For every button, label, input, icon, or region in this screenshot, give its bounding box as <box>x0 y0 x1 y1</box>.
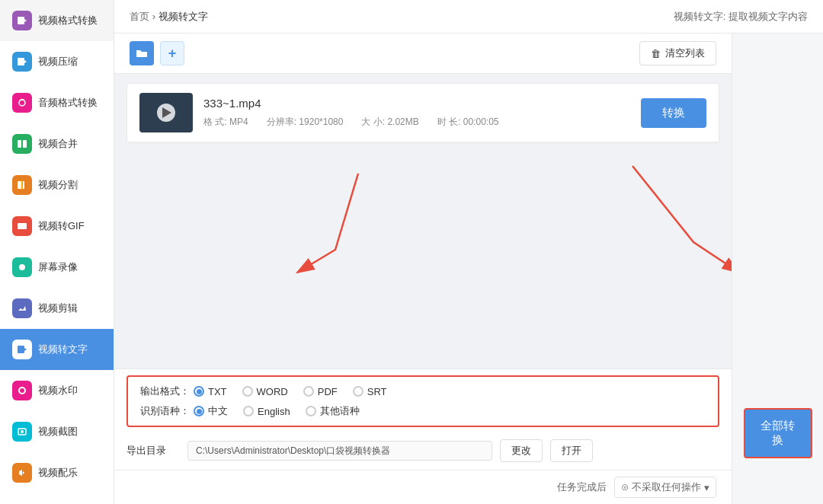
bottom-panel: 输出格式： TXT WORD <box>114 368 732 470</box>
sidebar-item-video-gif[interactable]: 视频转GIF <box>0 206 114 247</box>
main-area: 首页 › 视频转文字 视频转文字: 提取视频文字内容 + <box>114 0 823 504</box>
add-file-button[interactable]: + <box>160 41 184 65</box>
sidebar-label-video-merge: 视频合并 <box>38 137 78 151</box>
txt-radio <box>194 386 204 397</box>
svg-marker-3 <box>24 60 27 63</box>
sidebar-label-video-split: 视频分割 <box>38 178 78 192</box>
pdf-radio <box>303 386 314 397</box>
video-screenshot-icon <box>12 422 32 442</box>
sidebar: 视频格式转换 视频压缩 音频格式转换 视频合并 视频分割 <box>0 0 114 504</box>
format-srt[interactable]: SRT <box>353 386 387 397</box>
center-content: + 🗑 清空列表 <box>114 33 732 504</box>
sidebar-item-screen-record[interactable]: 屏幕录像 <box>0 247 114 288</box>
breadcrumb-current: 视频转文字 <box>159 11 208 22</box>
file-thumbnail <box>139 93 193 132</box>
video-dub-icon <box>12 463 32 483</box>
breadcrumb: 首页 › 视频转文字 <box>130 10 208 24</box>
file-duration: 时 长: 00:00:05 <box>437 116 499 129</box>
breadcrumb-home[interactable]: 首页 <box>130 11 149 22</box>
export-label: 导出目录 <box>126 444 180 458</box>
chevron-down-icon: ▾ <box>704 482 709 493</box>
other-lang-radio <box>306 406 316 416</box>
svg-marker-12 <box>24 348 27 351</box>
video-merge-icon <box>12 134 32 154</box>
svg-rect-5 <box>18 140 21 148</box>
lang-other[interactable]: 其他语种 <box>306 404 360 418</box>
video-to-text-icon <box>12 340 32 359</box>
file-list-area: 333~1.mp4 格 式: MP4 分辨率: 1920*1080 大 小: 2… <box>126 83 719 143</box>
video-split-icon <box>12 175 32 195</box>
file-meta: 格 式: MP4 分辨率: 1920*1080 大 小: 2.02MB 时 长:… <box>203 116 641 129</box>
sidebar-label-video-screenshot: 视频截图 <box>38 425 78 439</box>
svg-rect-11 <box>18 346 24 353</box>
task-done-label: 任务完成后 <box>557 480 607 494</box>
footer-action-dropdown[interactable]: ⊙ 不采取任何操作 ▾ <box>614 477 716 498</box>
body-section: + 🗑 清空列表 <box>114 33 823 504</box>
svg-rect-9 <box>18 223 27 229</box>
export-path-input[interactable] <box>187 441 492 461</box>
video-watermark-icon <box>12 381 32 400</box>
clear-list-button[interactable]: 🗑 清空列表 <box>639 41 716 65</box>
toolbar: + 🗑 清空列表 <box>114 33 732 74</box>
sidebar-label-video-compress: 视频压缩 <box>38 55 78 69</box>
footer-action-label: ⊙ 不采取任何操作 <box>621 480 701 494</box>
sidebar-item-video-format[interactable]: 视频格式转换 <box>0 0 114 41</box>
sidebar-item-audio-format[interactable]: 音频格式转换 <box>0 82 114 123</box>
export-row: 导出目录 更改 打开 <box>114 433 732 470</box>
sidebar-label-video-watermark: 视频水印 <box>38 384 78 397</box>
lang-chinese[interactable]: 中文 <box>194 404 228 418</box>
svg-rect-0 <box>18 17 24 24</box>
format-pdf[interactable]: PDF <box>303 386 338 397</box>
sidebar-item-video-dub[interactable]: 视频配乐 <box>0 452 114 493</box>
plus-icon: + <box>168 46 177 62</box>
srt-radio <box>353 386 363 397</box>
toolbar-left: + <box>130 41 184 65</box>
file-folder-button[interactable] <box>130 41 154 65</box>
format-radio-group: TXT WORD PDF <box>194 386 387 397</box>
file-resolution: 分辨率: 1920*1080 <box>267 116 344 129</box>
file-format: 格 式: MP4 <box>203 116 248 129</box>
format-txt[interactable]: TXT <box>194 386 227 397</box>
sidebar-label-video-format: 视频格式转换 <box>38 14 98 27</box>
svg-point-10 <box>19 264 25 270</box>
video-compress-icon <box>12 52 32 72</box>
change-path-button[interactable]: 更改 <box>500 439 543 462</box>
svg-rect-6 <box>23 140 27 148</box>
screen-record-icon <box>12 257 32 277</box>
convert-button[interactable]: 转换 <box>641 98 706 128</box>
file-size: 大 小: 2.02MB <box>361 116 418 129</box>
svg-marker-1 <box>24 19 27 22</box>
sidebar-item-video-to-text[interactable]: 视频转文字 <box>0 329 114 370</box>
sidebar-item-video-compress[interactable]: 视频压缩 <box>0 41 114 82</box>
svg-rect-2 <box>18 58 24 65</box>
english-radio <box>243 406 254 416</box>
sidebar-item-video-edit[interactable]: 视频剪辑 <box>0 288 114 329</box>
sidebar-label-audio-format: 音频格式转换 <box>38 96 98 110</box>
format-label: 输出格式： <box>140 384 194 398</box>
lang-option-row: 识别语种： 中文 English <box>140 404 706 418</box>
lang-english[interactable]: English <box>243 406 290 417</box>
options-area: 输出格式： TXT WORD <box>126 375 719 427</box>
lang-radio-group: 中文 English 其他语种 <box>194 404 360 418</box>
video-edit-icon <box>12 298 32 318</box>
breadcrumb-sep: › <box>152 11 155 22</box>
open-path-button[interactable]: 打开 <box>550 439 593 462</box>
sidebar-item-video-screenshot[interactable]: 视频截图 <box>0 411 114 452</box>
svg-point-15 <box>21 430 24 433</box>
sidebar-item-video-watermark[interactable]: 视频水印 <box>0 370 114 411</box>
header-right-text: 视频转文字: 提取视频文字内容 <box>674 10 808 24</box>
header: 首页 › 视频转文字 视频转文字: 提取视频文字内容 <box>114 0 823 33</box>
svg-point-13 <box>19 388 25 394</box>
all-convert-button[interactable]: 全部转换 <box>744 408 812 458</box>
sidebar-item-video-merge[interactable]: 视频合并 <box>0 123 114 164</box>
file-info: 333~1.mp4 格 式: MP4 分辨率: 1920*1080 大 小: 2… <box>203 97 641 129</box>
video-format-icon <box>12 11 32 30</box>
lang-label: 识别语种： <box>140 404 194 418</box>
trash-icon: 🗑 <box>651 48 661 59</box>
sidebar-label-video-gif: 视频转GIF <box>38 219 85 233</box>
chinese-radio <box>194 406 204 416</box>
format-word[interactable]: WORD <box>242 386 288 397</box>
right-panel: 全部转换 <box>732 33 823 504</box>
clear-list-label: 清空列表 <box>665 46 705 60</box>
sidebar-item-video-split[interactable]: 视频分割 <box>0 164 114 206</box>
